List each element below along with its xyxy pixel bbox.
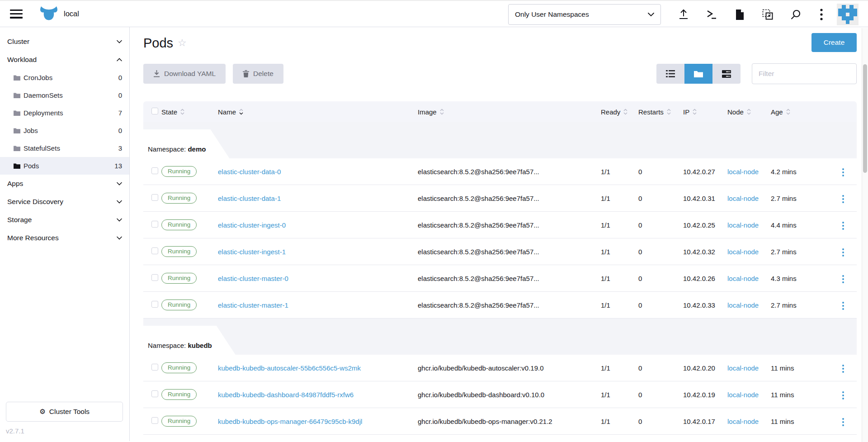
row-checkbox[interactable] <box>151 167 158 174</box>
pod-name-link[interactable]: elastic-cluster-data-1 <box>218 195 281 202</box>
download-yaml-label: Download YAML <box>164 70 216 78</box>
pod-name-link[interactable]: kubedb-kubedb-autoscaler-55b6c556c5-ws2m… <box>218 364 361 372</box>
row-checkbox[interactable] <box>151 274 158 281</box>
row-checkbox[interactable] <box>151 301 158 308</box>
node-link[interactable]: local-node <box>727 275 759 282</box>
sidebar-section-header[interactable]: Service Discovery <box>0 193 129 211</box>
row-checkbox[interactable] <box>151 417 158 424</box>
node-link[interactable]: local-node <box>727 248 759 256</box>
delete-button[interactable]: Delete <box>233 64 283 84</box>
namespace-band: Namespace: kubedb <box>143 318 857 355</box>
row-checkbox[interactable] <box>151 364 158 371</box>
pod-name-link[interactable]: elastic-cluster-data-0 <box>218 168 281 176</box>
row-checkbox[interactable] <box>151 390 158 397</box>
namespace-filter-dropdown[interactable]: Only User Namespaces <box>508 4 661 25</box>
sidebar-item[interactable]: Pods 13 <box>0 157 129 175</box>
sidebar-section-header[interactable]: Storage <box>0 211 129 229</box>
filter-input[interactable] <box>752 63 857 84</box>
search-icon[interactable] <box>788 7 803 22</box>
list-view-button[interactable] <box>656 64 684 84</box>
sidebar-item[interactable]: Jobs 0 <box>0 122 129 139</box>
pod-name-link[interactable]: elastic-cluster-master-1 <box>218 301 288 309</box>
scrollbar-thumb[interactable] <box>863 64 867 173</box>
favorite-star-icon[interactable]: ☆ <box>178 33 187 53</box>
column-header[interactable]: Name <box>218 108 418 116</box>
pod-name-link[interactable]: elastic-cluster-ingest-1 <box>218 248 286 256</box>
column-header[interactable]: Ready <box>601 108 638 116</box>
node-link[interactable]: local-node <box>727 195 759 202</box>
status-badge: Running <box>161 273 197 284</box>
sidebar-section-header[interactable]: Cluster <box>0 33 129 51</box>
node-link[interactable]: local-node <box>727 364 759 372</box>
page-scrollbar[interactable] <box>862 28 868 442</box>
sidebar-section-header[interactable]: Workload <box>0 51 129 69</box>
row-actions-kebab-icon[interactable] <box>840 272 847 286</box>
sidebar-section-header[interactable]: Apps <box>0 175 129 193</box>
column-header[interactable]: IP <box>683 108 727 116</box>
row-actions-kebab-icon[interactable] <box>840 389 847 402</box>
user-menu-kebab-icon[interactable] <box>814 7 829 22</box>
node-link[interactable]: local-node <box>727 301 759 309</box>
row-actions-kebab-icon[interactable] <box>840 166 847 179</box>
node-link[interactable]: local-node <box>727 418 759 425</box>
pod-name-link[interactable]: elastic-cluster-ingest-0 <box>218 221 286 229</box>
trash-icon <box>243 70 249 77</box>
rancher-logo-icon[interactable] <box>39 6 59 22</box>
namespace-band: Namespace: demo <box>143 122 857 158</box>
delete-label: Delete <box>253 70 274 78</box>
menu-hamburger-icon[interactable] <box>10 10 23 19</box>
import-yaml-icon[interactable] <box>676 7 691 22</box>
status-badge: Running <box>161 193 197 204</box>
age-cell: 2.7 mins <box>771 195 836 202</box>
sort-icon <box>693 109 697 115</box>
cluster-tools-button[interactable]: ⚙ Cluster Tools <box>6 402 123 422</box>
sidebar-section-label: Storage <box>7 216 32 224</box>
node-link[interactable]: local-node <box>727 221 759 229</box>
select-all-checkbox[interactable] <box>151 108 158 114</box>
node-link[interactable]: local-node <box>727 391 759 399</box>
column-header[interactable]: State <box>161 108 218 116</box>
config-view-button[interactable] <box>712 64 741 84</box>
sort-icon <box>667 109 671 115</box>
pod-name-link[interactable]: elastic-cluster-master-0 <box>218 275 288 282</box>
download-yaml-button[interactable]: Download YAML <box>143 64 226 84</box>
sidebar-item[interactable]: DaemonSets 0 <box>0 86 129 104</box>
create-button[interactable]: Create <box>811 33 857 52</box>
sort-icon <box>786 109 790 115</box>
row-actions-kebab-icon[interactable] <box>840 362 847 375</box>
pod-name-link[interactable]: kubedb-kubedb-dashboard-84987fddf5-rxfw6 <box>218 391 354 399</box>
sidebar-item-label: Jobs <box>24 127 38 134</box>
row-actions-kebab-icon[interactable] <box>840 219 847 233</box>
grouped-view-button[interactable] <box>684 64 712 84</box>
chevron-icon <box>117 182 122 185</box>
table-row: Running elastic-cluster-master-1 elastic… <box>143 292 857 318</box>
column-header[interactable]: Age <box>771 108 836 116</box>
row-checkbox[interactable] <box>151 247 158 254</box>
user-avatar[interactable] <box>837 4 859 25</box>
row-actions-kebab-icon[interactable] <box>840 192 847 206</box>
kubectl-shell-icon[interactable] <box>704 7 719 22</box>
row-actions-kebab-icon[interactable] <box>840 415 847 429</box>
namespace-label: Namespace: <box>148 342 186 349</box>
namespace-label: Namespace: <box>148 145 186 153</box>
column-header[interactable]: Node <box>727 108 771 116</box>
download-kubeconfig-icon[interactable] <box>732 7 747 22</box>
copy-kubeconfig-icon[interactable] <box>760 7 775 22</box>
image-cell: ghcr.io/kubedb/kubedb-dashboard:v0.10.0 <box>418 391 601 399</box>
sidebar-section-header[interactable]: More Resources <box>0 229 129 247</box>
status-badge: Running <box>161 246 197 257</box>
column-header[interactable]: Restarts <box>638 108 683 116</box>
row-actions-kebab-icon[interactable] <box>840 246 847 259</box>
sidebar-item[interactable]: StatefulSets 3 <box>0 139 129 157</box>
pod-name-link[interactable]: kubedb-kubedb-ops-manager-66479c95cb-k9d… <box>218 418 362 425</box>
folder-icon <box>14 128 20 133</box>
row-actions-kebab-icon[interactable] <box>840 299 847 313</box>
node-link[interactable]: local-node <box>727 168 759 176</box>
column-header[interactable]: Image <box>418 108 601 116</box>
sidebar-item-count: 0 <box>118 91 122 99</box>
sidebar-item[interactable]: CronJobs 0 <box>0 69 129 86</box>
row-checkbox[interactable] <box>151 221 158 228</box>
row-checkbox[interactable] <box>151 194 158 201</box>
age-cell: 2.7 mins <box>771 301 836 309</box>
sidebar-item[interactable]: Deployments 7 <box>0 104 129 122</box>
